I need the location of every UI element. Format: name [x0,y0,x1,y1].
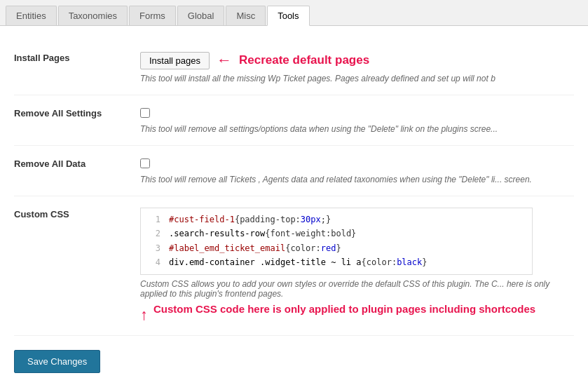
custom-css-desc: Custom CSS allows you to add your own st… [140,279,574,299]
code-text-3: #label_emd_ticket_email{color:red} [169,241,341,255]
tab-taxonomies[interactable]: Taxonomies [58,6,128,25]
remove-all-settings-value: This tool will remove all settings/optio… [140,107,574,134]
tab-content: Install Pages Install pages ← Recreate d… [0,26,588,387]
line-num-2: 2 [146,227,160,241]
code-line-3: 3 #label_emd_ticket_email{color:red} [141,241,532,255]
remove-all-settings-checkbox[interactable] [140,108,150,118]
remove-all-settings-label: Remove All Settings [14,107,140,119]
tab-tools[interactable]: Tools [267,6,309,26]
install-pages-row: Install Pages Install pages ← Recreate d… [14,40,574,95]
tab-global[interactable]: Global [177,6,225,25]
arrow-icon: ← [217,51,232,69]
code-text-2: .search-results-row{font-weight:bold} [169,227,356,241]
tab-entities[interactable]: Entities [6,6,57,25]
code-editor: 1 #cust-field-1{padding-top:30px;} 2 .se… [140,208,533,275]
line-num-4: 4 [146,255,160,269]
install-pages-value: Install pages ← Recreate default pages T… [140,51,574,83]
install-pages-desc: This tool will install all the missing W… [140,74,574,83]
plugin-settings-page: Entities Taxonomies Forms Global Misc To… [0,0,588,392]
custom-css-value: 1 #cust-field-1{padding-top:30px;} 2 .se… [140,208,574,324]
install-pages-annotation: Recreate default pages [239,53,369,67]
custom-css-label: Custom CSS [14,208,140,219]
install-pages-area: Install pages ← Recreate default pages [140,51,574,69]
code-text-1: #cust-field-1{padding-top:30px;} [169,212,331,227]
tab-misc[interactable]: Misc [226,6,266,25]
code-line-4: 4 div.emd-container .widget-title ~ li a… [141,255,532,269]
remove-all-data-label: Remove All Data [14,157,140,169]
remove-all-data-desc: This tool will remove all Tickets , Agen… [140,175,574,184]
save-changes-button[interactable]: Save Changes [14,350,100,373]
code-line-1: 1 #cust-field-1{padding-top:30px;} [141,212,532,227]
tab-forms[interactable]: Forms [129,6,176,25]
remove-all-data-row: Remove All Data This tool will remove al… [14,146,574,196]
tab-bar: Entities Taxonomies Forms Global Misc To… [0,0,588,26]
remove-all-settings-desc: This tool will remove all settings/optio… [140,124,574,134]
line-num-1: 1 [146,212,160,227]
bottom-annotation-text: Custom CSS code here is only applied to … [153,303,535,315]
install-pages-label: Install Pages [14,51,140,63]
remove-all-data-value: This tool will remove all Tickets , Agen… [140,157,574,184]
custom-css-row: Custom CSS 1 #cust-field-1{padding-top:3… [14,196,574,336]
remove-all-settings-row: Remove All Settings This tool will remov… [14,95,574,146]
bottom-arrow-icon: ↑ [140,306,148,324]
remove-all-data-checkbox[interactable] [140,158,150,168]
line-num-3: 3 [146,241,160,255]
arrow-annotation-block: ↑ [140,303,148,324]
bottom-annotation-area: ↑ Custom CSS code here is only applied t… [140,303,574,324]
install-pages-button[interactable]: Install pages [140,52,210,69]
code-text-4: div.emd-container .widget-title ~ li a{c… [169,255,427,269]
code-line-2: 2 .search-results-row{font-weight:bold} [141,227,532,241]
